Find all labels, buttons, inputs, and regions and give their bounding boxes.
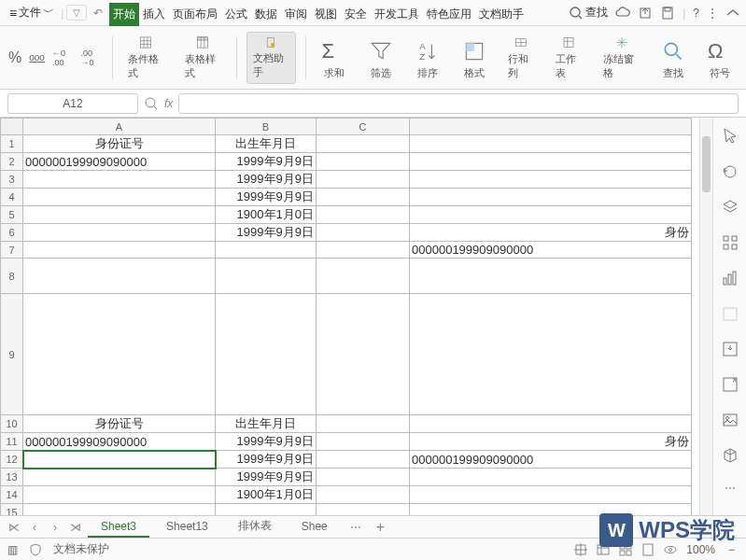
row-header[interactable]: 2 xyxy=(1,153,23,171)
cell[interactable] xyxy=(23,242,216,259)
name-box[interactable]: A12 xyxy=(7,93,138,114)
row-header[interactable]: 5 xyxy=(1,206,23,224)
table-style-button[interactable]: 表格样式 xyxy=(179,32,227,84)
cell[interactable] xyxy=(410,206,692,224)
protect-status[interactable]: 文档未保护 xyxy=(53,541,109,557)
calendar-icon[interactable] xyxy=(721,304,739,323)
page-layout-icon[interactable] xyxy=(641,543,655,556)
vertical-scrollbar[interactable] xyxy=(699,118,712,515)
cell[interactable]: 1999年9月9日 xyxy=(216,224,317,242)
sheet-tab[interactable]: 排休表 xyxy=(225,515,285,539)
filter-button[interactable]: 筛选 xyxy=(362,32,400,84)
freeze-panes-button[interactable]: 冻结窗格 xyxy=(598,32,645,84)
cell[interactable] xyxy=(317,486,410,504)
cell[interactable]: 000000199909090000 xyxy=(23,433,216,451)
cell[interactable] xyxy=(317,153,410,171)
search-fx-icon[interactable] xyxy=(144,96,159,111)
row-header[interactable]: 3 xyxy=(1,171,23,189)
cell[interactable] xyxy=(410,153,692,171)
help-icon[interactable]: ? xyxy=(693,7,699,20)
cell[interactable] xyxy=(23,224,216,242)
cell[interactable] xyxy=(216,242,317,259)
backup-icon[interactable] xyxy=(721,340,739,358)
tab-dev[interactable]: 开发工具 xyxy=(371,3,423,26)
last-sheet-button[interactable]: ⋊ xyxy=(67,519,84,536)
doc-helper-button[interactable]: 文档助手 xyxy=(246,32,296,84)
cell[interactable] xyxy=(317,206,410,224)
prev-sheet-button[interactable]: ‹ xyxy=(26,519,43,536)
row-header[interactable]: 6 xyxy=(1,224,23,242)
zoom-out-button[interactable]: − xyxy=(725,543,739,556)
collapse-ribbon-icon[interactable] xyxy=(725,6,740,21)
cell[interactable]: 1999年9月9日 xyxy=(216,433,317,451)
col-header-B[interactable]: B xyxy=(216,119,317,135)
cell[interactable] xyxy=(410,294,692,415)
worksheet-button[interactable]: 工作表 xyxy=(550,32,588,84)
tab-doc-helper[interactable]: 文档助手 xyxy=(475,3,528,26)
cell[interactable] xyxy=(410,504,692,516)
cell[interactable] xyxy=(23,486,216,504)
tab-start[interactable]: 开始 xyxy=(109,3,139,26)
formula-input[interactable] xyxy=(178,93,739,114)
sheet-tab[interactable]: Sheet3 xyxy=(88,517,149,538)
row-header[interactable]: 12 xyxy=(1,451,23,469)
chart-icon[interactable] xyxy=(721,269,739,287)
cell[interactable] xyxy=(317,224,410,242)
col-header-A[interactable]: A xyxy=(23,119,216,135)
cell[interactable] xyxy=(317,433,410,451)
row-header[interactable]: 14 xyxy=(1,486,23,504)
cube-icon[interactable] xyxy=(721,446,739,465)
cell[interactable] xyxy=(23,189,216,206)
cell[interactable] xyxy=(216,504,317,516)
cell[interactable] xyxy=(23,206,216,224)
cell[interactable]: 000000199909090000 xyxy=(410,242,692,259)
cell[interactable]: 000000199909090000 xyxy=(23,153,216,171)
row-header[interactable]: 13 xyxy=(1,469,23,486)
menu-icon[interactable]: ▥ xyxy=(7,543,18,556)
search-button[interactable]: 查找 xyxy=(569,5,608,21)
layers-icon[interactable] xyxy=(721,198,739,217)
cell[interactable] xyxy=(317,451,410,469)
share-icon[interactable] xyxy=(638,6,653,21)
fx-label[interactable]: fx xyxy=(164,97,173,110)
cell[interactable] xyxy=(23,294,216,415)
save-icon[interactable] xyxy=(660,6,675,21)
cell[interactable] xyxy=(216,259,317,294)
more-icon[interactable]: ⋮ xyxy=(707,7,718,20)
tab-data[interactable]: 数据 xyxy=(251,3,281,26)
cell[interactable]: 身份 xyxy=(410,433,692,451)
sheet-tab[interactable]: Shee xyxy=(289,517,341,538)
cell[interactable]: 出生年月日 xyxy=(216,415,317,433)
cell[interactable] xyxy=(23,469,216,486)
cell[interactable] xyxy=(410,486,692,504)
file-menu[interactable]: ≡ 文件 ﹀ xyxy=(6,3,58,22)
scrollbar-thumb[interactable] xyxy=(702,136,711,192)
cell[interactable] xyxy=(317,504,410,516)
tab-layout[interactable]: 页面布局 xyxy=(169,3,221,26)
sum-button[interactable]: Σ 求和 xyxy=(316,32,353,84)
first-sheet-button[interactable]: ⋉ xyxy=(6,519,22,536)
cell[interactable]: 出生年月日 xyxy=(216,135,317,153)
conditional-format-button[interactable]: 条件格式 xyxy=(122,32,170,84)
row-header[interactable]: 4 xyxy=(1,189,23,206)
cell[interactable]: 000000199909090000 xyxy=(410,451,692,469)
cell[interactable] xyxy=(410,259,692,294)
cell[interactable]: 身份证号 xyxy=(23,415,216,433)
pointer-icon[interactable] xyxy=(721,127,739,146)
cell[interactable]: 1999年9月9日 xyxy=(216,469,317,486)
cell[interactable]: 1999年9月9日 xyxy=(216,189,317,206)
cell[interactable] xyxy=(317,469,410,486)
cell[interactable] xyxy=(23,171,216,189)
cell[interactable]: 1900年1月0日 xyxy=(216,206,317,224)
cell[interactable] xyxy=(23,259,216,294)
tab-insert[interactable]: 插入 xyxy=(139,3,169,26)
dropdown-toggle[interactable]: ▽ xyxy=(66,5,87,21)
format-button[interactable]: 格式 xyxy=(456,32,493,84)
cell[interactable] xyxy=(317,189,410,206)
cell-selected[interactable] xyxy=(23,451,216,469)
cell[interactable] xyxy=(317,259,410,294)
symbol-button[interactable]: Ω 符号 xyxy=(701,32,739,84)
sheet-list-button[interactable]: ⋯ xyxy=(345,521,367,534)
comma-style-button[interactable]: ooo xyxy=(28,51,46,63)
row-header[interactable]: 9 xyxy=(1,294,23,415)
